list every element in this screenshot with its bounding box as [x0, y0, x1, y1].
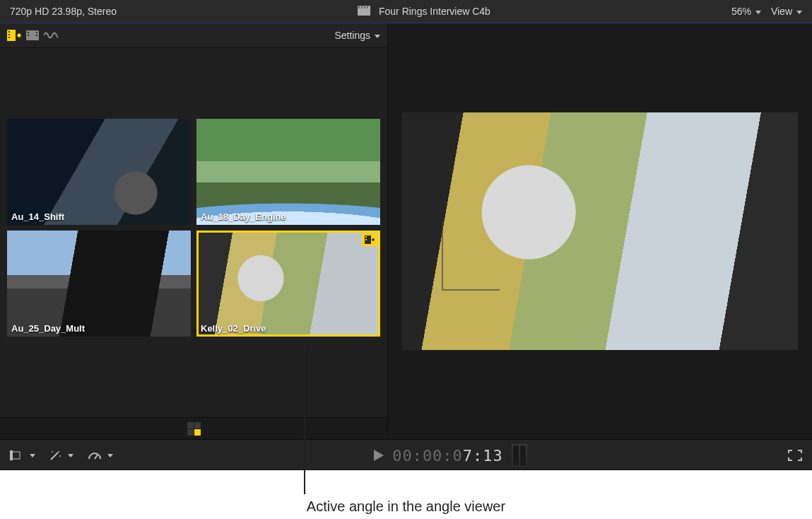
transport-bar: 00:00:07:13 [0, 439, 812, 470]
annotation-callout: Active angle in the angle viewer [0, 470, 812, 515]
svg-rect-17 [365, 239, 367, 240]
svg-point-21 [52, 451, 53, 453]
svg-rect-8 [8, 34, 10, 35]
angle-viewer-pane: Settings Au_14_Shift Au_18_Day_Engine Au… [0, 23, 388, 439]
switch-audio-only-icon[interactable] [44, 30, 58, 41]
svg-rect-7 [8, 31, 10, 33]
angle-cell-active[interactable]: Kelly_02_Drive [196, 231, 380, 337]
timecode-inactive: 00:00:0 [392, 447, 463, 465]
switch-video-only-icon[interactable] [25, 30, 40, 41]
svg-rect-16 [365, 236, 367, 238]
angle-grid-footer [0, 417, 387, 439]
grid-layout-indicator[interactable] [187, 422, 201, 436]
trim-tool-menu[interactable] [10, 450, 35, 460]
svg-rect-6 [7, 30, 16, 41]
retime-menu[interactable] [88, 450, 113, 460]
angle-label: Au_18_Day_Engine [201, 211, 286, 222]
enhancements-menu[interactable] [49, 450, 73, 461]
callout-text: Active angle in the angle viewer [307, 498, 505, 514]
angle-label: Au_14_Shift [11, 211, 64, 222]
svg-rect-19 [10, 450, 13, 460]
format-info: 720p HD 23.98p, Stereo [10, 6, 117, 17]
svg-marker-24 [374, 450, 384, 461]
svg-rect-12 [28, 35, 29, 36]
switch-video-audio-icon[interactable] [7, 30, 21, 41]
angle-toolbar: Settings [0, 23, 387, 48]
timecode-active: 7:13 [463, 447, 503, 465]
viewer-frame[interactable] [402, 112, 798, 350]
app-window: 720p HD 23.98p, Stereo Four Rings Interv… [0, 0, 812, 470]
angle-settings-dropdown[interactable]: Settings [334, 30, 380, 41]
svg-rect-14 [36, 35, 37, 36]
svg-rect-0 [358, 8, 370, 16]
clip-title-text: Four Rings Interview C4b [379, 6, 490, 17]
svg-point-22 [59, 455, 61, 457]
fullscreen-button[interactable] [788, 450, 802, 461]
timecode-display[interactable]: 00:00:07:13 [127, 444, 774, 467]
angle-label: Kelly_02_Drive [201, 323, 266, 334]
main-viewer [388, 23, 812, 439]
svg-rect-11 [28, 32, 29, 33]
view-dropdown[interactable]: View [771, 6, 802, 17]
angle-grid: Au_14_Shift Au_18_Day_Engine Au_25_Day_M… [0, 48, 387, 417]
callout-leader-line [304, 346, 305, 494]
safe-zone-overlay [442, 218, 500, 291]
svg-rect-9 [8, 37, 10, 38]
angle-label: Au_25_Day_Mult [11, 323, 85, 334]
angle-cell[interactable]: Au_14_Shift [7, 119, 191, 225]
svg-line-23 [95, 455, 98, 459]
angle-cell[interactable]: Au_18_Day_Engine [196, 119, 380, 225]
top-bar: 720p HD 23.98p, Stereo Four Rings Interv… [0, 0, 812, 23]
audio-meter[interactable] [512, 444, 527, 467]
active-angle-badge-icon [362, 233, 377, 246]
svg-rect-13 [36, 32, 37, 33]
svg-point-20 [58, 451, 59, 453]
clip-title: Four Rings Interview C4b [124, 6, 724, 18]
play-icon[interactable] [374, 447, 384, 465]
clapper-icon [358, 6, 370, 18]
zoom-dropdown[interactable]: 56% [731, 6, 761, 17]
angle-cell[interactable]: Au_25_Day_Mult [7, 231, 191, 337]
